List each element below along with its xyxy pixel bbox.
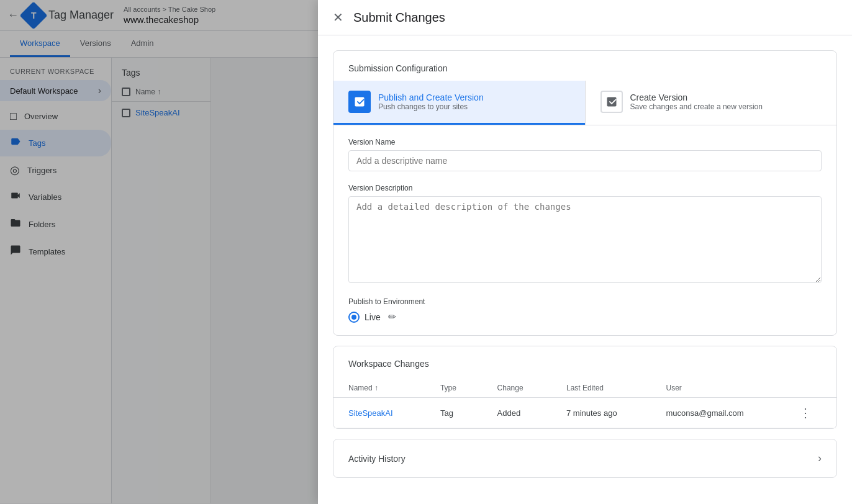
change-status: Added xyxy=(483,398,551,428)
table-row: SiteSpeakAI Tag Added 7 minutes ago muco… xyxy=(333,398,836,428)
publish-create-icon xyxy=(348,91,371,113)
publish-create-desc: Push changes to your sites xyxy=(378,102,484,111)
create-version-title: Create Version xyxy=(630,92,763,102)
option-publish-create[interactable]: Publish and Create Version Push changes … xyxy=(333,81,585,125)
create-version-desc: Save changes and create a new version xyxy=(630,102,763,111)
option-create-version[interactable]: Create Version Save changes and create a… xyxy=(586,81,837,125)
dialog-header: ✕ Submit Changes xyxy=(318,0,852,35)
col-last-edited: Last Edited xyxy=(551,376,651,398)
radio-dot xyxy=(351,315,356,320)
col-type: Type xyxy=(425,376,483,398)
edit-env-icon[interactable]: ✏ xyxy=(388,311,396,323)
create-version-icon xyxy=(600,91,623,113)
change-name-link[interactable]: SiteSpeakAI xyxy=(333,398,425,428)
submit-changes-dialog: ✕ Submit Changes Submission Configuratio… xyxy=(318,0,852,503)
submission-config-card: Submission Configuration Publish and Cre… xyxy=(333,50,837,336)
change-user: muconsa@gmail.com xyxy=(651,398,784,428)
change-last-edited: 7 minutes ago xyxy=(551,398,651,428)
col-change: Change xyxy=(483,376,551,398)
activity-history-row[interactable]: Activity History › xyxy=(333,439,836,477)
submission-config-title: Submission Configuration xyxy=(333,51,836,81)
live-radio-button[interactable] xyxy=(348,312,360,323)
col-actions xyxy=(784,376,836,398)
activity-history-card: Activity History › xyxy=(333,439,837,478)
workspace-changes-title: Workspace Changes xyxy=(333,346,836,376)
change-more-actions: ⋮ xyxy=(784,398,836,428)
dialog-title: Submit Changes xyxy=(353,11,445,25)
col-user: User xyxy=(651,376,784,398)
activity-history-title: Activity History xyxy=(348,454,406,464)
version-name-section: Version Name xyxy=(333,125,836,184)
more-actions-button[interactable]: ⋮ xyxy=(799,405,812,420)
publish-env-label: Publish to Environment xyxy=(348,297,822,306)
workspace-changes-card: Workspace Changes Named ↑ Type Change La… xyxy=(333,346,837,429)
submission-options: Publish and Create Version Push changes … xyxy=(333,81,836,125)
changes-table-header-row: Named ↑ Type Change Last Edited User xyxy=(333,376,836,398)
version-description-section: Version Description xyxy=(333,184,836,297)
env-name: Live xyxy=(365,312,381,322)
activity-history-chevron: › xyxy=(818,452,822,465)
publish-create-title: Publish and Create Version xyxy=(378,92,484,102)
version-name-input[interactable] xyxy=(348,150,822,171)
version-name-label: Version Name xyxy=(348,138,822,146)
env-selector: Live ✏ xyxy=(348,311,822,323)
publish-environment-section: Publish to Environment Live ✏ xyxy=(333,297,836,335)
version-description-input[interactable] xyxy=(348,196,822,283)
workspace-changes-table: Named ↑ Type Change Last Edited User Sit… xyxy=(333,376,836,428)
version-description-label: Version Description xyxy=(348,184,822,192)
change-type: Tag xyxy=(425,398,483,428)
dialog-body: Submission Configuration Publish and Cre… xyxy=(318,35,852,503)
dialog-close-button[interactable]: ✕ xyxy=(333,10,343,25)
col-named: Named ↑ xyxy=(333,376,425,398)
